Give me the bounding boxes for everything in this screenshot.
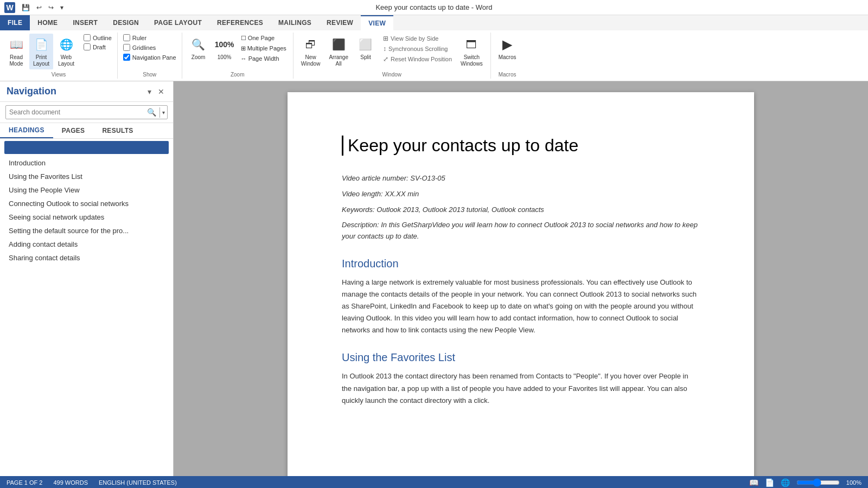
reset-window-button[interactable]: ⤢ Reset Window Position — [380, 54, 455, 64]
nav-tabs: HEADINGS PAGES RESULTS — [0, 123, 173, 139]
print-layout-icon: 📄 — [33, 36, 50, 53]
doc-keywords: Keywords: Outlook 2013, Outlook 2013 tut… — [342, 204, 700, 216]
page-width-button[interactable]: ↔ Page Width — [239, 54, 289, 63]
ribbon-tab-bar: FILE HOME INSERT DESIGN PAGE LAYOUT REFE… — [0, 15, 868, 30]
document-page: Keep your contacts up to date Video arti… — [288, 92, 754, 476]
undo-button[interactable]: ↩ — [34, 3, 44, 12]
section-content-favorites: In Outlook 2013 the contact directory ha… — [342, 370, 700, 406]
zoom-percentage: 100% — [846, 479, 861, 486]
ruler-check[interactable] — [123, 34, 130, 41]
search-options-button[interactable]: ▾ — [159, 107, 167, 118]
search-bar: 🔍 ▾ — [0, 102, 173, 123]
search-button[interactable]: 🔍 — [144, 106, 159, 119]
sync-scrolling-icon: ↕ — [383, 45, 386, 53]
read-mode-button[interactable]: 📖 ReadMode — [4, 34, 28, 69]
tab-mailings[interactable]: MAILINGS — [271, 15, 319, 30]
heading-favorites[interactable]: Using the Favorites List — [4, 170, 169, 183]
sync-scrolling-button[interactable]: ↕ Synchronous Scrolling — [380, 44, 455, 54]
heading-connecting[interactable]: Connecting Outlook to social networks — [4, 197, 169, 210]
title-bar-logo: W 💾 ↩ ↪ ▾ — [4, 2, 66, 13]
ruler-checkbox[interactable]: Ruler — [122, 34, 177, 42]
one-page-button[interactable]: ☐ One Page — [239, 34, 289, 43]
print-layout-label: PrintLayout — [33, 54, 49, 67]
web-layout-icon: 🌐 — [58, 36, 75, 53]
nav-pane-checkbox[interactable]: Navigation Pane — [122, 53, 177, 61]
section-title-introduction: Introduction — [342, 258, 700, 270]
view-print-layout-status[interactable]: 📄 — [765, 478, 774, 487]
tab-design[interactable]: DESIGN — [105, 15, 146, 30]
doc-video-length: Video length: XX.XX min — [342, 189, 700, 200]
nav-collapse-button[interactable]: ▾ — [145, 86, 154, 97]
status-bar: PAGE 1 OF 2 499 WORDS ENGLISH (UNITED ST… — [0, 476, 868, 488]
nav-pane-check[interactable] — [123, 54, 130, 61]
zoom-100-button[interactable]: 100% 100% — [213, 34, 237, 62]
heading-introduction[interactable]: Introduction — [4, 156, 169, 170]
switch-windows-button[interactable]: 🗖 SwitchWindows — [457, 34, 486, 69]
macros-button[interactable]: ▶ Macros — [495, 34, 520, 62]
web-layout-button[interactable]: 🌐 WebLayout — [54, 34, 78, 69]
multiple-pages-button[interactable]: ⊞ Multiple Pages — [239, 44, 289, 53]
section-content-introduction: Having a large network is extremely valu… — [342, 277, 700, 336]
arrange-all-label: ArrangeAll — [329, 54, 348, 67]
tab-file[interactable]: FILE — [0, 15, 30, 30]
document-title: Keep your contacts up to date — [342, 136, 700, 156]
heading-seeing[interactable]: Seeing social network updates — [4, 210, 169, 224]
zoom-icon: 🔍 — [190, 36, 207, 53]
tab-references[interactable]: REFERENCES — [209, 15, 271, 30]
zoom-group-label: Zoom — [187, 70, 289, 79]
tab-pages[interactable]: PAGES — [53, 123, 94, 138]
zoom-button[interactable]: 🔍 Zoom — [187, 34, 210, 62]
tab-results[interactable]: RESULTS — [93, 123, 142, 138]
window-group-label: Window — [298, 70, 486, 79]
search-input[interactable] — [6, 106, 144, 118]
views-group: 📖 ReadMode 📄 PrintLayout 🌐 WebLayout Out — [0, 33, 118, 79]
nav-close-button[interactable]: ✕ — [156, 86, 167, 97]
zoom-group-items: 🔍 Zoom 100% 100% ☐ One Page ⊞ Multiple P… — [187, 33, 289, 70]
zoom-label: Zoom — [192, 54, 206, 60]
heading-setting[interactable]: Setting the default source for the pro..… — [4, 224, 169, 237]
tab-insert[interactable]: INSERT — [65, 15, 105, 30]
web-layout-label: WebLayout — [58, 54, 74, 67]
gridlines-check[interactable] — [123, 44, 130, 51]
tab-review[interactable]: REVIEW — [319, 15, 361, 30]
tab-home[interactable]: HOME — [30, 15, 65, 30]
selected-heading-bar — [4, 141, 169, 154]
heading-adding[interactable]: Adding contact details — [4, 237, 169, 251]
view-side-by-side-button[interactable]: ⊞ View Side by Side — [380, 34, 455, 43]
draft-checkbox[interactable]: Draft — [82, 43, 113, 51]
ribbon-content: 📖 ReadMode 📄 PrintLayout 🌐 WebLayout Out — [0, 30, 868, 81]
macros-group: ▶ Macros Macros — [491, 33, 524, 79]
views-group-label: Views — [4, 70, 113, 79]
outline-checkbox[interactable]: Outline — [82, 34, 113, 42]
print-layout-button[interactable]: 📄 PrintLayout — [29, 34, 53, 69]
zoom-slider[interactable] — [796, 478, 840, 487]
main-layout: Navigation ▾ ✕ 🔍 ▾ HEADINGS PAGES RESULT… — [0, 81, 868, 476]
customize-qat-button[interactable]: ▾ — [58, 3, 66, 12]
heading-sharing[interactable]: Sharing contact details — [4, 251, 169, 265]
window-group: 🗗 NewWindow ⬛ ArrangeAll ⬜ Split ⊞ View … — [293, 33, 491, 79]
view-web-layout-status[interactable]: 🌐 — [781, 478, 790, 487]
tab-headings[interactable]: HEADINGS — [0, 123, 53, 138]
split-label: Split — [360, 54, 371, 61]
views-group-items: 📖 ReadMode 📄 PrintLayout 🌐 WebLayout Out — [4, 33, 113, 70]
heading-people-view[interactable]: Using the People View — [4, 183, 169, 197]
view-side-by-side-icon: ⊞ — [383, 35, 388, 42]
new-window-button[interactable]: 🗗 NewWindow — [298, 34, 324, 69]
doc-description: Description: In this GetSharpVideo you w… — [342, 220, 700, 242]
save-button[interactable]: 💾 — [20, 3, 32, 12]
draft-check[interactable] — [84, 43, 91, 50]
tab-page-layout[interactable]: PAGE LAYOUT — [146, 15, 209, 30]
arrange-all-button[interactable]: ⬛ ArrangeAll — [326, 34, 352, 69]
gridlines-checkbox[interactable]: Gridlines — [122, 43, 177, 52]
navigation-pane: Navigation ▾ ✕ 🔍 ▾ HEADINGS PAGES RESULT… — [0, 81, 174, 476]
ribbon: FILE HOME INSERT DESIGN PAGE LAYOUT REFE… — [0, 15, 868, 81]
document-area[interactable]: Keep your contacts up to date Video arti… — [174, 81, 868, 476]
tab-view[interactable]: VIEW — [361, 15, 393, 30]
outline-check[interactable] — [84, 34, 91, 41]
show-group-items: Ruler Gridlines Navigation Pane — [122, 33, 177, 70]
view-read-mode-status[interactable]: 📖 — [749, 478, 758, 487]
section-title-favorites: Using the Favorites List — [342, 351, 700, 364]
zoom-100-icon: 100% — [216, 36, 233, 53]
split-button[interactable]: ⬜ Split — [354, 34, 378, 63]
redo-button[interactable]: ↪ — [46, 3, 56, 12]
